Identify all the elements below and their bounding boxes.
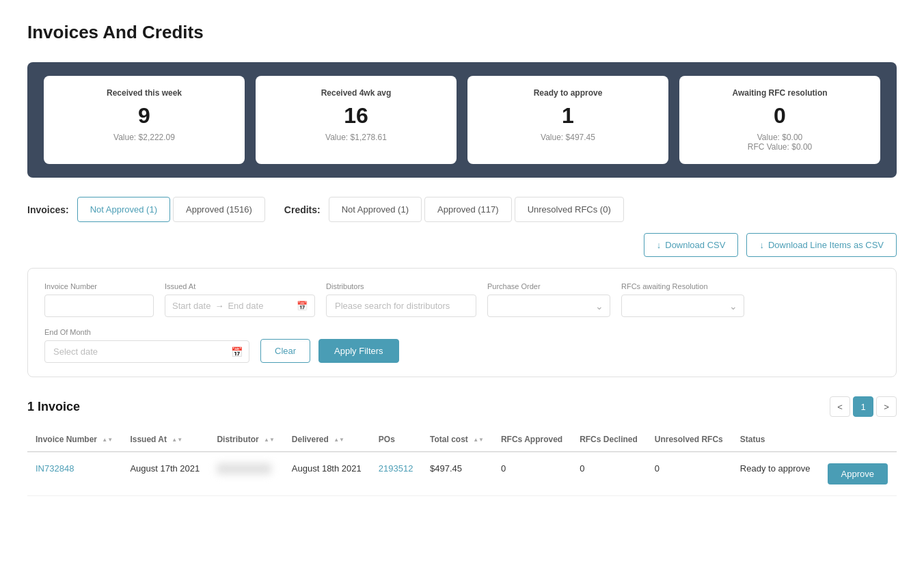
stats-bar: Received this week 9 Value: $2,222.09 Re…	[27, 62, 897, 178]
cell-status: Ready to approve	[732, 452, 819, 496]
download-line-items-icon: ↓	[759, 240, 764, 250]
end-of-month-input[interactable]	[44, 340, 249, 363]
cell-pos: 2193512	[370, 452, 422, 496]
pagination-next[interactable]: >	[876, 396, 897, 417]
end-of-month-picker: 📅	[44, 340, 249, 363]
invoices-table: Invoice Number ▲▼ Issued At ▲▼ Distribut…	[27, 428, 897, 496]
actions-row: ↓ Download CSV ↓ Download Line Items as …	[27, 233, 897, 257]
stat-received-week-value: 9	[60, 103, 228, 128]
sort-icon-issued-at[interactable]: ▲▼	[172, 437, 182, 443]
stat-received-avg: Received 4wk avg 16 Value: $1,278.61	[256, 76, 457, 164]
cell-delivered: August 18th 2021	[284, 452, 370, 496]
download-csv-button[interactable]: ↓ Download CSV	[644, 233, 739, 257]
stat-awaiting-rfc-value: 0	[696, 103, 864, 128]
col-issued-at: Issued At ▲▼	[122, 428, 208, 452]
credits-label: Credits:	[284, 204, 321, 215]
invoice-number-label: Invoice Number	[44, 282, 154, 290]
filter-purchase-order: Purchase Order ⌄	[487, 282, 610, 317]
stat-received-week-label: Received this week	[60, 88, 228, 98]
end-of-month-label: End Of Month	[44, 328, 249, 336]
pagination: < 1 >	[830, 396, 897, 417]
issued-at-date-range[interactable]: Start date → End date 📅	[165, 295, 315, 317]
filter-end-of-month: End Of Month 📅	[44, 328, 249, 363]
stat-ready-approve-sub: Value: $497.45	[484, 133, 652, 142]
col-action	[819, 428, 897, 452]
cell-action: Approve	[819, 452, 897, 496]
credits-tabs: Not Approved (1) Approved (117) Unresolv…	[329, 197, 627, 222]
stat-received-week: Received this week 9 Value: $2,222.09	[44, 76, 245, 164]
filter-distributors: Distributors	[326, 282, 476, 317]
stat-awaiting-rfc: Awaiting RFC resolution 0 Value: $0.00 R…	[679, 76, 880, 164]
stat-received-avg-sub: Value: $1,278.61	[272, 133, 440, 142]
sort-icon-delivered[interactable]: ▲▼	[334, 437, 344, 443]
pagination-prev[interactable]: <	[830, 396, 850, 417]
col-status: Status	[732, 428, 819, 452]
table-row: IN732848 August 17th 2021 August 18th 20…	[27, 452, 897, 496]
download-line-items-button[interactable]: ↓ Download Line Items as CSV	[746, 233, 897, 257]
stat-ready-approve: Ready to approve 1 Value: $497.45	[467, 76, 668, 164]
approve-button[interactable]: Approve	[828, 463, 888, 484]
cell-rfcs-declined: 0	[571, 452, 647, 496]
tab-credits-unresolved[interactable]: Unresolved RFCs (0)	[515, 197, 624, 222]
col-rfcs-declined: RFCs Declined	[571, 428, 647, 452]
sort-icon-invoice-number[interactable]: ▲▼	[102, 437, 113, 443]
filter-invoice-number: Invoice Number	[44, 282, 154, 317]
distributors-input[interactable]	[326, 295, 476, 317]
stat-awaiting-rfc-label: Awaiting RFC resolution	[696, 88, 864, 98]
purchase-order-select-wrapper: ⌄	[487, 295, 610, 317]
distributors-label: Distributors	[326, 282, 476, 290]
download-csv-label: Download CSV	[665, 240, 725, 250]
cell-distributor	[208, 452, 283, 496]
stat-awaiting-rfc-sub1: Value: $0.00	[696, 133, 864, 142]
sort-icon-distributor[interactable]: ▲▼	[264, 437, 275, 443]
cell-rfcs-approved: 0	[493, 452, 571, 496]
invoices-label: Invoices:	[27, 204, 69, 215]
tab-invoices-not-approved[interactable]: Not Approved (1)	[77, 197, 170, 222]
rfcs-select-wrapper: ⌄	[621, 295, 744, 317]
purchase-order-select[interactable]	[487, 295, 610, 317]
filter-actions: Clear Apply Filters	[260, 339, 399, 363]
distributor-blurred	[217, 463, 271, 474]
col-pos: POs	[370, 428, 422, 452]
invoice-number-input[interactable]	[44, 295, 154, 317]
cell-issued-at: August 17th 2021	[122, 452, 208, 496]
stat-ready-approve-value: 1	[484, 103, 652, 128]
purchase-order-label: Purchase Order	[487, 282, 610, 290]
sort-icon-total-cost[interactable]: ▲▼	[473, 437, 484, 443]
stat-received-week-sub: Value: $2,222.09	[60, 133, 228, 142]
filter-row-2: End Of Month 📅 Clear Apply Filters	[44, 328, 880, 363]
col-total-cost: Total cost ▲▼	[422, 428, 493, 452]
filter-row-1: Invoice Number Issued At Start date → En…	[44, 282, 880, 317]
cell-total-cost: $497.45	[422, 452, 493, 496]
apply-filters-button[interactable]: Apply Filters	[318, 339, 399, 363]
invoice-number-link[interactable]: IN732848	[36, 463, 74, 474]
filter-issued-at: Issued At Start date → End date 📅	[165, 282, 315, 317]
filter-panel: Invoice Number Issued At Start date → En…	[27, 268, 897, 377]
cell-invoice-number: IN732848	[27, 452, 122, 496]
tab-credits-not-approved[interactable]: Not Approved (1)	[329, 197, 422, 222]
pagination-current[interactable]: 1	[853, 396, 873, 417]
col-unresolved-rfcs: Unresolved RFCs	[647, 428, 732, 452]
stat-awaiting-rfc-sub2: RFC Value: $0.00	[696, 142, 864, 152]
page-title: Invoices And Credits	[27, 22, 897, 43]
results-header: 1 Invoice < 1 >	[27, 396, 897, 417]
tabs-section: Invoices: Not Approved (1) Approved (151…	[27, 197, 897, 222]
tab-credits-approved[interactable]: Approved (117)	[424, 197, 512, 222]
col-rfcs-approved: RFCs Approved	[493, 428, 571, 452]
col-invoice-number: Invoice Number ▲▼	[27, 428, 122, 452]
tab-invoices-approved[interactable]: Approved (1516)	[173, 197, 265, 222]
rfcs-label: RFCs awaiting Resolution	[621, 282, 744, 290]
rfcs-select[interactable]	[621, 295, 744, 317]
end-date-placeholder: End date	[228, 301, 263, 311]
stat-ready-approve-label: Ready to approve	[484, 88, 652, 98]
pos-link[interactable]: 2193512	[379, 463, 413, 474]
results-title: 1 Invoice	[27, 400, 80, 414]
date-range-arrow: →	[215, 301, 223, 311]
stat-received-avg-label: Received 4wk avg	[272, 88, 440, 98]
col-distributor: Distributor ▲▼	[208, 428, 283, 452]
filter-rfcs: RFCs awaiting Resolution ⌄	[621, 282, 744, 317]
download-icon: ↓	[657, 240, 662, 250]
col-delivered: Delivered ▲▼	[284, 428, 370, 452]
clear-button[interactable]: Clear	[260, 339, 310, 363]
calendar-icon: 📅	[297, 301, 308, 311]
